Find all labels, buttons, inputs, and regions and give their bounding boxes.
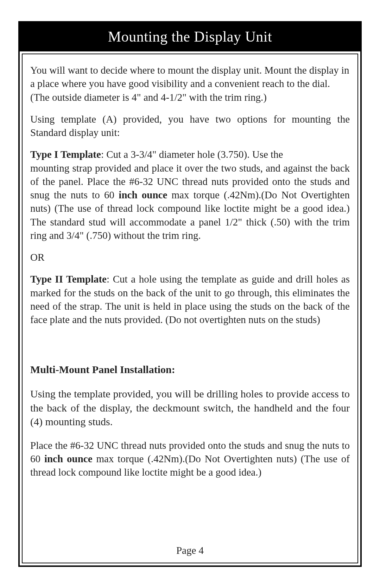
multi-mount-heading: Multi-Mount Panel Installation: <box>30 363 350 377</box>
page: Mounting the Display Unit You will want … <box>0 0 380 588</box>
body-text: You will want to decide where to mount t… <box>30 63 350 335</box>
type1-label: Type I Template <box>30 149 101 160</box>
page-number: Page 4 <box>23 545 357 556</box>
multi-paragraph-2: Place the #6-32 UNC thread nuts provided… <box>30 439 350 479</box>
type1-paragraph: Type I Template: Cut a 3-3/4" diameter h… <box>30 148 350 242</box>
or-separator: OR <box>30 250 350 264</box>
intro-paragraph-2: Using template (A) provided, you have tw… <box>30 112 350 140</box>
multi-p2-bold: inch ounce <box>44 453 93 464</box>
page-title: Mounting the Display Unit <box>20 23 360 51</box>
content-frame: You will want to decide where to mount t… <box>22 54 358 563</box>
type2-paragraph: Type II Template: Cut a hole using the t… <box>30 272 350 326</box>
intro-paragraph-1: You will want to decide where to mount t… <box>30 63 350 104</box>
type2-label: Type II Template <box>30 273 107 285</box>
type1-line1: : Cut a 3-3/4" diameter hole (3.750). Us… <box>101 149 283 160</box>
multi-mount-section: Multi-Mount Panel Installation: Using th… <box>30 363 350 486</box>
outer-frame: Mounting the Display Unit You will want … <box>18 21 362 567</box>
multi-paragraph-1: Using the template provided, you will be… <box>30 387 350 429</box>
type1-bold-unit: inch ounce <box>119 189 167 200</box>
